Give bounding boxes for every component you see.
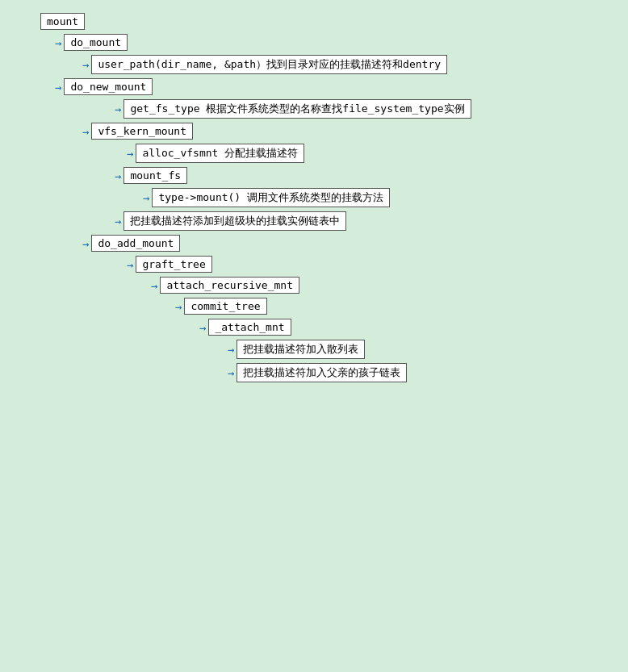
node-label: 把挂载描述符添加到超级块的挂载实例链表中 [124, 211, 346, 231]
arrow-icon: → [127, 147, 133, 160]
arrow-icon: → [228, 366, 234, 379]
arrow-icon: → [115, 215, 121, 227]
arrow-icon: → [143, 191, 149, 204]
node-label: do_mount [64, 34, 128, 51]
tree-row: →commit_tree [10, 298, 618, 315]
tree-row: →vfs_kern_mount [10, 123, 618, 140]
node-label: do_new_mount [64, 78, 153, 95]
tree-row: →把挂载描述符加入散列表 [10, 340, 618, 359]
arrow-icon: → [82, 237, 89, 250]
arrow-icon: → [175, 300, 182, 313]
node-label: mount_fs [124, 167, 187, 184]
arrow-icon: → [55, 81, 61, 94]
tree-row: →do_add_mount [10, 235, 618, 252]
tree-row: →do_new_mount [10, 78, 618, 95]
node-label: vfs_kern_mount [91, 123, 193, 140]
call-tree-diagram: mount→do_mount→user_path(dir_name, &path… [6, 6, 622, 393]
tree-row: →get_fs_type 根据文件系统类型的名称查找file_system_ty… [10, 99, 618, 119]
tree-row: mount [10, 13, 618, 30]
tree-row: →do_mount [10, 34, 618, 51]
arrow-icon: → [127, 258, 133, 271]
arrow-icon: → [151, 279, 157, 292]
node-label: _attach_mnt [208, 319, 291, 336]
node-label: type->mount() 调用文件系统类型的挂载方法 [152, 188, 390, 207]
tree-row: →attach_recursive_mnt [10, 277, 618, 294]
node-label: commit_tree [184, 298, 266, 315]
arrow-icon: → [115, 169, 121, 182]
node-label: user_path(dir_name, &path）找到目录对应的挂载描述符和d… [91, 55, 447, 74]
arrow-icon: → [55, 36, 61, 49]
tree-row: →alloc_vfsmnt 分配挂载描述符 [10, 144, 618, 163]
tree-row: →把挂载描述符加入父亲的孩子链表 [10, 363, 618, 382]
tree-row: →把挂载描述符添加到超级块的挂载实例链表中 [10, 211, 618, 231]
arrow-icon: → [199, 321, 206, 334]
node-label: attach_recursive_mnt [160, 277, 299, 294]
node-label: get_fs_type 根据文件系统类型的名称查找file_system_typ… [124, 99, 471, 119]
tree-row: →graft_tree [10, 256, 618, 273]
arrow-icon: → [82, 58, 89, 71]
node-label: graft_tree [136, 256, 211, 273]
node-label: 把挂载描述符加入散列表 [237, 340, 365, 359]
node-label: do_add_mount [91, 235, 180, 252]
arrow-icon: → [228, 343, 234, 356]
arrow-icon: → [82, 125, 89, 138]
tree-row: →type->mount() 调用文件系统类型的挂载方法 [10, 188, 618, 207]
node-label: mount [40, 13, 85, 30]
node-label: 把挂载描述符加入父亲的孩子链表 [237, 363, 407, 382]
tree-row: →user_path(dir_name, &path）找到目录对应的挂载描述符和… [10, 55, 618, 74]
tree-row: →_attach_mnt [10, 319, 618, 336]
arrow-icon: → [115, 102, 121, 115]
tree-row: →mount_fs [10, 167, 618, 184]
node-label: alloc_vfsmnt 分配挂载描述符 [136, 144, 304, 163]
